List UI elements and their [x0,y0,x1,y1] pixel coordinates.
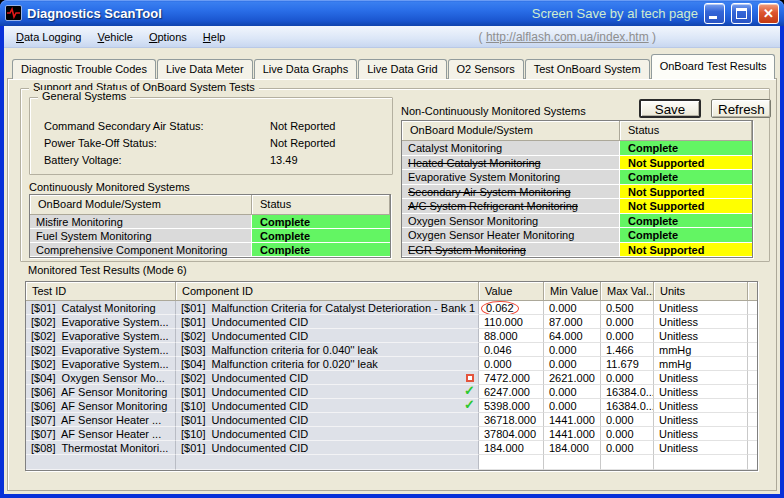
value-cell: 110.000 [479,315,544,329]
module-name-cell: Misfire Monitoring [30,215,252,229]
table-row[interactable]: Evaporative System MonitoringComplete [402,170,752,185]
general-row-value: Not Reported [270,137,335,149]
table-row[interactable]: [$07] AF Sensor Heater ...[$01] Undocume… [26,413,757,427]
close-button[interactable]: ✕ [758,3,779,24]
table-row[interactable]: [$04] Oxygen Sensor Mo...[$02] Undocumen… [26,371,757,385]
filler-cell [748,301,757,315]
tab-live-data-meter[interactable]: Live Data Meter [157,59,253,79]
menu-item-vehicle[interactable]: Vehicle [89,29,140,45]
tab-o2-sensors[interactable]: O2 Sensors [448,59,524,79]
filler-cell [748,455,757,470]
min-value-cell: 2621.000 [544,371,601,385]
table-row[interactable]: [$07] AF Sensor Heater ...[$10] Undocume… [26,427,757,441]
save-button[interactable]: Save [639,99,701,118]
filler-cell [748,357,757,371]
filler-cell [748,427,757,441]
table-row[interactable]: [$02] Evaporative System...[$01] Undocum… [26,315,757,329]
tab-test-onboard-system[interactable]: Test OnBoard System [525,59,650,79]
filler-cell [748,399,757,413]
table-row[interactable]: Comprehensive Component MonitoringComple… [30,243,390,257]
mode6-results-label: Monitored Test Results (Mode 6) [28,264,187,276]
value-cell: 88.000 [479,329,544,343]
table-row[interactable]: Oxygen Sensor MonitoringComplete [402,214,752,229]
test-id-cell: [$02] Evaporative System... [26,343,176,357]
filler-cell [748,343,757,357]
title-bar[interactable]: Diagnostics ScanTool Screen Save by al t… [0,0,784,26]
maximize-button[interactable] [731,3,752,24]
min-value-cell [544,455,601,470]
min-value-cell: 0.000 [544,343,601,357]
table-row[interactable]: Oxygen Sensor Heater MonitoringComplete [402,228,752,243]
tab-diagnostic-trouble-codes[interactable]: Diagnostic Trouble Codes [12,59,156,79]
titlebar-banner-text: Screen Save by al tech page [532,6,698,21]
table-row[interactable]: A/C System Refrigerant MonitoringNot Sup… [402,199,752,214]
table-row[interactable]: [$06] AF Sensor Monitoring[$10] Undocume… [26,399,757,413]
table-row[interactable]: Catalyst MonitoringComplete [402,141,752,156]
units-cell: mmHg [654,357,748,371]
status-cell: Complete [620,170,752,185]
green-check-icon: ✓ [464,399,475,412]
max-value-cell: 0.000 [601,441,654,455]
menu-item-data-logging[interactable]: Data Logging [8,29,89,45]
table-row[interactable]: Fuel System MonitoringComplete [30,229,390,243]
table-row[interactable]: Misfire MonitoringComplete [30,215,390,229]
status-cell: Complete [620,141,752,156]
max-value-cell: 0.000 [601,315,654,329]
close-icon: ✕ [759,4,778,23]
min-value-cell: 0.000 [544,301,601,315]
mode6-results-table: Test IDComponent IDValueMin ValueMax Val… [25,281,758,471]
non-continuous-systems-table: OnBoard Module/SystemStatusCatalyst Moni… [401,120,753,258]
url-link: http://alflash.com.ua/index.htm [486,30,649,44]
minimize-button[interactable] [704,3,725,24]
table-row[interactable]: [$02] Evaporative System...[$03] Malfunc… [26,343,757,357]
general-row-label: Command Secondary Air Status: [44,120,204,132]
table-row[interactable]: [$02] Evaporative System...[$04] Malfunc… [26,357,757,371]
component-id-cell: [$03] Malfunction criteria for 0.040'' l… [176,343,479,357]
column-header-filler [748,282,757,301]
status-cell: Not Supported [620,243,752,258]
non-continuous-systems-label: Non-Continuously Monitored Systems [401,105,586,117]
table-row[interactable]: EGR System MonitoringNot Supported [402,243,752,258]
table-row[interactable]: [$02] Evaporative System...[$02] Undocum… [26,329,757,343]
units-cell: Unitless [654,413,748,427]
menu-item-options[interactable]: Options [141,29,195,45]
min-value-cell: 1441.000 [544,413,601,427]
filler-cell [748,371,757,385]
table-row[interactable]: Secondary Air System MonitoringNot Suppo… [402,185,752,200]
tab-onboard-test-results[interactable]: OnBoard Test Results [651,54,776,79]
tab-live-data-grid[interactable]: Live Data Grid [358,59,446,79]
max-value-cell: 0.000 [601,329,654,343]
test-id-cell: [$07] AF Sensor Heater ... [26,427,176,441]
refresh-button[interactable]: Refresh [711,99,771,118]
column-header-module: OnBoard Module/System [30,195,252,215]
units-cell: Unitless [654,441,748,455]
tab-live-data-graphs[interactable]: Live Data Graphs [254,59,358,79]
test-id-cell: [$01] Catalyst Monitoring [26,301,176,315]
table-row[interactable]: Heated Catalyst MonitoringNot Supported [402,156,752,171]
status-cell: Not Supported [620,185,752,200]
column-header-value: Value [479,282,544,301]
component-id-cell: [$02] Undocumented CID [176,329,479,343]
units-cell: Unitless [654,329,748,343]
table-header-row: OnBoard Module/SystemStatus [402,121,752,141]
url-suffix: ) [649,30,656,44]
window-title: Diagnostics ScanTool [27,6,162,21]
component-id-cell [176,455,479,470]
menu-item-help[interactable]: Help [195,29,234,45]
min-value-cell: 0.000 [544,357,601,371]
red-square-icon [466,374,474,382]
table-row[interactable]: [$06] AF Sensor Monitoring[$01] Undocume… [26,385,757,399]
table-header-row: OnBoard Module/SystemStatus [30,195,390,215]
status-cell: Not Supported [620,156,752,171]
module-name-cell: Catalyst Monitoring [402,141,620,156]
table-row[interactable]: [$08] Thermostat Monitori...[$01] Undocu… [26,441,757,455]
status-cell: Not Supported [620,199,752,214]
value-cell: 0.046 [479,343,544,357]
table-row[interactable]: [$01] Catalyst Monitoring[$01] Malfuncti… [26,301,757,315]
value-cell: 0.062 [479,301,544,315]
value-cell: 184.000 [479,441,544,455]
value-cell: 0.000 [479,357,544,371]
units-cell: Unitless [654,371,748,385]
value-cell: 37804.000 [479,427,544,441]
module-name-cell: Secondary Air System Monitoring [402,185,620,200]
